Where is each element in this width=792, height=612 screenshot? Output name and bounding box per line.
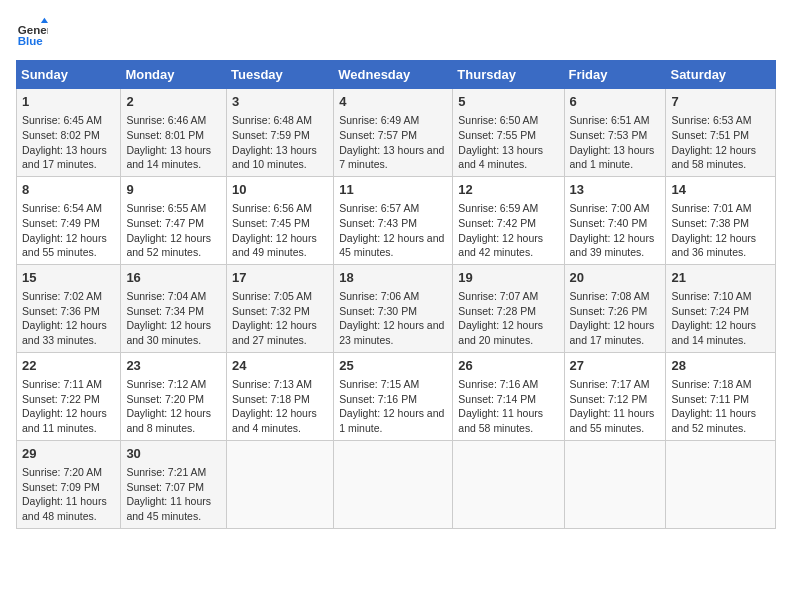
- day-number: 22: [22, 357, 115, 375]
- cell-text: Daylight: 12 hours and 39 minutes.: [570, 231, 661, 260]
- cell-text: Sunset: 7:18 PM: [232, 392, 328, 407]
- cell-text: Sunset: 7:22 PM: [22, 392, 115, 407]
- weekday-header: Monday: [121, 61, 227, 89]
- calendar-cell: 4Sunrise: 6:49 AMSunset: 7:57 PMDaylight…: [334, 89, 453, 177]
- cell-text: Sunset: 7:49 PM: [22, 216, 115, 231]
- cell-text: Sunset: 7:43 PM: [339, 216, 447, 231]
- cell-text: Sunset: 7:38 PM: [671, 216, 770, 231]
- svg-text:General: General: [18, 24, 48, 36]
- cell-text: Sunrise: 6:45 AM: [22, 113, 115, 128]
- cell-text: Sunrise: 6:54 AM: [22, 201, 115, 216]
- weekday-header: Sunday: [17, 61, 121, 89]
- day-number: 2: [126, 93, 221, 111]
- day-number: 17: [232, 269, 328, 287]
- cell-text: Sunset: 7:45 PM: [232, 216, 328, 231]
- cell-text: Sunrise: 6:50 AM: [458, 113, 558, 128]
- calendar-cell: 23Sunrise: 7:12 AMSunset: 7:20 PMDayligh…: [121, 352, 227, 440]
- day-number: 24: [232, 357, 328, 375]
- cell-text: Daylight: 12 hours and 1 minute.: [339, 406, 447, 435]
- cell-text: Sunrise: 7:16 AM: [458, 377, 558, 392]
- cell-text: Sunset: 7:51 PM: [671, 128, 770, 143]
- day-number: 29: [22, 445, 115, 463]
- calendar-cell: 19Sunrise: 7:07 AMSunset: 7:28 PMDayligh…: [453, 264, 564, 352]
- day-number: 6: [570, 93, 661, 111]
- cell-text: Sunset: 7:07 PM: [126, 480, 221, 495]
- calendar-table: SundayMondayTuesdayWednesdayThursdayFrid…: [16, 60, 776, 529]
- weekday-header: Saturday: [666, 61, 776, 89]
- cell-text: Daylight: 11 hours and 52 minutes.: [671, 406, 770, 435]
- cell-text: Sunrise: 7:10 AM: [671, 289, 770, 304]
- day-number: 23: [126, 357, 221, 375]
- day-number: 12: [458, 181, 558, 199]
- cell-text: Sunrise: 7:00 AM: [570, 201, 661, 216]
- cell-text: Sunrise: 7:04 AM: [126, 289, 221, 304]
- cell-text: Sunrise: 6:46 AM: [126, 113, 221, 128]
- cell-text: Daylight: 13 hours and 1 minute.: [570, 143, 661, 172]
- calendar-cell: 7Sunrise: 6:53 AMSunset: 7:51 PMDaylight…: [666, 89, 776, 177]
- cell-text: Sunrise: 7:21 AM: [126, 465, 221, 480]
- cell-text: Sunrise: 7:02 AM: [22, 289, 115, 304]
- cell-text: Sunset: 7:09 PM: [22, 480, 115, 495]
- cell-text: Sunrise: 7:15 AM: [339, 377, 447, 392]
- cell-text: Sunrise: 7:05 AM: [232, 289, 328, 304]
- calendar-cell: 12Sunrise: 6:59 AMSunset: 7:42 PMDayligh…: [453, 176, 564, 264]
- cell-text: Daylight: 12 hours and 55 minutes.: [22, 231, 115, 260]
- calendar-cell: 11Sunrise: 6:57 AMSunset: 7:43 PMDayligh…: [334, 176, 453, 264]
- cell-text: Daylight: 12 hours and 58 minutes.: [671, 143, 770, 172]
- calendar-cell: 14Sunrise: 7:01 AMSunset: 7:38 PMDayligh…: [666, 176, 776, 264]
- calendar-cell: 8Sunrise: 6:54 AMSunset: 7:49 PMDaylight…: [17, 176, 121, 264]
- cell-text: Sunrise: 7:08 AM: [570, 289, 661, 304]
- day-number: 15: [22, 269, 115, 287]
- logo: General Blue: [16, 16, 52, 48]
- cell-text: Daylight: 13 hours and 4 minutes.: [458, 143, 558, 172]
- cell-text: Daylight: 13 hours and 14 minutes.: [126, 143, 221, 172]
- day-number: 28: [671, 357, 770, 375]
- cell-text: Sunset: 7:11 PM: [671, 392, 770, 407]
- cell-text: Daylight: 11 hours and 45 minutes.: [126, 494, 221, 523]
- svg-text:Blue: Blue: [18, 35, 44, 47]
- cell-text: Daylight: 12 hours and 20 minutes.: [458, 318, 558, 347]
- cell-text: Sunset: 7:14 PM: [458, 392, 558, 407]
- cell-text: Sunrise: 6:53 AM: [671, 113, 770, 128]
- svg-marker-2: [41, 18, 48, 23]
- calendar-cell: 29Sunrise: 7:20 AMSunset: 7:09 PMDayligh…: [17, 440, 121, 528]
- calendar-cell: 18Sunrise: 7:06 AMSunset: 7:30 PMDayligh…: [334, 264, 453, 352]
- cell-text: Sunrise: 7:11 AM: [22, 377, 115, 392]
- cell-text: Sunset: 7:42 PM: [458, 216, 558, 231]
- calendar-cell: 10Sunrise: 6:56 AMSunset: 7:45 PMDayligh…: [227, 176, 334, 264]
- calendar-cell: 9Sunrise: 6:55 AMSunset: 7:47 PMDaylight…: [121, 176, 227, 264]
- day-number: 18: [339, 269, 447, 287]
- day-number: 19: [458, 269, 558, 287]
- cell-text: Sunset: 7:34 PM: [126, 304, 221, 319]
- calendar-cell: 6Sunrise: 6:51 AMSunset: 7:53 PMDaylight…: [564, 89, 666, 177]
- calendar-cell: 27Sunrise: 7:17 AMSunset: 7:12 PMDayligh…: [564, 352, 666, 440]
- day-number: 5: [458, 93, 558, 111]
- calendar-cell: [666, 440, 776, 528]
- cell-text: Sunset: 7:40 PM: [570, 216, 661, 231]
- cell-text: Sunrise: 7:18 AM: [671, 377, 770, 392]
- cell-text: Sunrise: 7:13 AM: [232, 377, 328, 392]
- day-number: 1: [22, 93, 115, 111]
- cell-text: Sunrise: 7:06 AM: [339, 289, 447, 304]
- day-number: 3: [232, 93, 328, 111]
- cell-text: Daylight: 12 hours and 33 minutes.: [22, 318, 115, 347]
- calendar-cell: 30Sunrise: 7:21 AMSunset: 7:07 PMDayligh…: [121, 440, 227, 528]
- calendar-cell: 26Sunrise: 7:16 AMSunset: 7:14 PMDayligh…: [453, 352, 564, 440]
- day-number: 9: [126, 181, 221, 199]
- cell-text: Sunrise: 6:55 AM: [126, 201, 221, 216]
- calendar-cell: 16Sunrise: 7:04 AMSunset: 7:34 PMDayligh…: [121, 264, 227, 352]
- cell-text: Sunset: 7:53 PM: [570, 128, 661, 143]
- cell-text: Daylight: 13 hours and 17 minutes.: [22, 143, 115, 172]
- cell-text: Sunset: 7:32 PM: [232, 304, 328, 319]
- calendar-cell: 2Sunrise: 6:46 AMSunset: 8:01 PMDaylight…: [121, 89, 227, 177]
- cell-text: Daylight: 12 hours and 27 minutes.: [232, 318, 328, 347]
- cell-text: Sunset: 7:30 PM: [339, 304, 447, 319]
- cell-text: Daylight: 12 hours and 23 minutes.: [339, 318, 447, 347]
- calendar-cell: 15Sunrise: 7:02 AMSunset: 7:36 PMDayligh…: [17, 264, 121, 352]
- day-number: 26: [458, 357, 558, 375]
- cell-text: Daylight: 12 hours and 17 minutes.: [570, 318, 661, 347]
- day-number: 4: [339, 93, 447, 111]
- cell-text: Sunset: 7:55 PM: [458, 128, 558, 143]
- weekday-header: Tuesday: [227, 61, 334, 89]
- day-number: 21: [671, 269, 770, 287]
